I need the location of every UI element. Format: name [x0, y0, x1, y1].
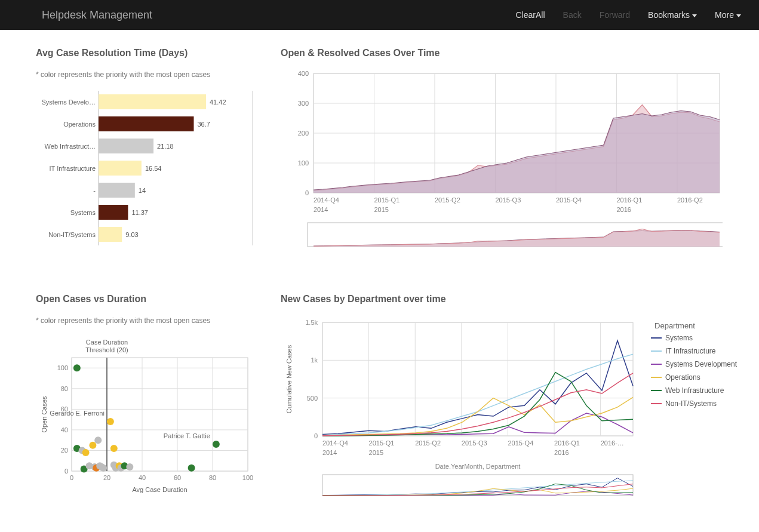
- panel-subtitle: * color represents the priority with the…: [36, 70, 257, 79]
- svg-text:40: 40: [139, 474, 146, 481]
- nav-clear-all[interactable]: ClearAll: [516, 10, 545, 20]
- svg-text:0: 0: [314, 432, 318, 439]
- svg-point-92: [100, 465, 107, 472]
- svg-rect-3: [99, 94, 206, 109]
- svg-text:2016-Q1: 2016-Q1: [554, 439, 580, 447]
- svg-text:2015: 2015: [374, 206, 388, 213]
- svg-text:100: 100: [242, 474, 253, 481]
- svg-text:1k: 1k: [311, 356, 318, 364]
- svg-text:Case Duration: Case Duration: [86, 339, 128, 346]
- svg-text:2015-Q3: 2015-Q3: [495, 196, 521, 204]
- panel-subtitle: * color represents the priority with the…: [36, 316, 257, 325]
- svg-text:IT Infrastructure: IT Infrastructure: [665, 347, 716, 355]
- svg-text:2014: 2014: [314, 206, 328, 213]
- svg-text:20: 20: [61, 447, 68, 454]
- svg-text:16.54: 16.54: [145, 165, 162, 172]
- svg-text:2014-Q4: 2014-Q4: [314, 196, 339, 204]
- svg-text:Operations: Operations: [63, 121, 96, 128]
- topnav: ClearAll Back Forward Bookmarks More: [516, 10, 741, 20]
- svg-text:400: 400: [298, 70, 309, 77]
- svg-text:Gerardo E. Ferroni: Gerardo E. Ferroni: [50, 410, 105, 417]
- svg-text:Department: Department: [654, 321, 695, 330]
- svg-text:0: 0: [64, 468, 68, 475]
- app-title: Helpdesk Management: [18, 9, 516, 21]
- svg-text:Date.YearMonth, Department: Date.YearMonth, Department: [435, 463, 521, 470]
- svg-text:2016-Q1: 2016-Q1: [616, 196, 642, 204]
- svg-text:Threshold (20): Threshold (20): [85, 346, 128, 353]
- svg-text:2015-Q2: 2015-Q2: [435, 196, 460, 204]
- svg-text:80: 80: [209, 474, 216, 481]
- nav-more[interactable]: More: [715, 10, 741, 20]
- svg-rect-12: [99, 161, 142, 176]
- svg-text:2015-Q4: 2015-Q4: [556, 196, 582, 204]
- svg-text:Systems Development: Systems Development: [665, 360, 738, 368]
- panel-title: Avg Case Resolution Time (Days): [36, 48, 257, 59]
- svg-point-93: [107, 418, 114, 425]
- area-chart[interactable]: 01002003004002014-Q42015-Q12015-Q22015-Q…: [281, 70, 723, 262]
- bar-chart[interactable]: Systems Develo…41.42Operations36.7Web In…: [36, 88, 257, 255]
- svg-rect-21: [99, 227, 122, 242]
- svg-point-80: [73, 364, 81, 371]
- svg-text:Systems Develo…: Systems Develo…: [42, 99, 96, 106]
- svg-text:2015-Q2: 2015-Q2: [415, 439, 441, 447]
- svg-text:Systems: Systems: [70, 209, 96, 216]
- svg-text:2015-Q1: 2015-Q1: [369, 439, 395, 447]
- svg-text:14: 14: [139, 187, 146, 194]
- svg-text:20: 20: [103, 474, 110, 481]
- chevron-down-icon: [692, 14, 697, 17]
- topbar: Helpdesk Management ClearAll Back Forwar…: [0, 0, 759, 30]
- svg-text:2015-Q1: 2015-Q1: [374, 196, 400, 204]
- svg-text:60: 60: [174, 474, 181, 481]
- svg-rect-9: [99, 139, 153, 153]
- svg-text:100: 100: [298, 159, 309, 167]
- svg-text:2016: 2016: [616, 206, 631, 213]
- nav-forward: Forward: [600, 10, 630, 20]
- panel-title: Open & Resolved Cases Over Time: [281, 48, 746, 59]
- panel-avg-resolution: Avg Case Resolution Time (Days) * color …: [36, 48, 257, 264]
- svg-point-102: [188, 465, 195, 472]
- svg-text:IT Infrastructure: IT Infrastructure: [50, 165, 96, 172]
- svg-text:1.5k: 1.5k: [305, 319, 318, 326]
- svg-text:Non-IT/Systems: Non-IT/Systems: [48, 231, 96, 238]
- svg-text:500: 500: [307, 395, 318, 402]
- panel-title: New Cases by Department over time: [281, 294, 746, 305]
- panel-dept-lines: New Cases by Department over time 05001k…: [281, 294, 746, 510]
- svg-text:2016-Q2: 2016-Q2: [677, 196, 703, 204]
- svg-text:Open Cases: Open Cases: [41, 396, 48, 433]
- svg-text:-: -: [93, 187, 96, 194]
- svg-text:Web Infrastruct…: Web Infrastruct…: [45, 143, 96, 150]
- svg-text:2015-Q4: 2015-Q4: [508, 439, 533, 447]
- svg-point-101: [126, 463, 133, 471]
- svg-text:80: 80: [61, 385, 68, 392]
- nav-back: Back: [563, 10, 582, 20]
- svg-text:Web Infrastructure: Web Infrastructure: [665, 386, 724, 395]
- panel-title: Open Cases vs Duration: [36, 294, 257, 305]
- scatter-chart[interactable]: 020406080100020406080100Case DurationThr…: [36, 334, 257, 501]
- svg-text:Non-IT/Systems: Non-IT/Systems: [665, 399, 717, 408]
- svg-text:21.18: 21.18: [157, 143, 174, 150]
- svg-text:0: 0: [305, 189, 309, 196]
- nav-bookmarks[interactable]: Bookmarks: [648, 10, 697, 20]
- svg-text:41.42: 41.42: [210, 99, 226, 106]
- chevron-down-icon: [736, 14, 741, 17]
- svg-text:100: 100: [57, 364, 68, 371]
- svg-rect-18: [99, 205, 128, 220]
- line-chart[interactable]: 05001k1.5k2014-Q42015-Q12015-Q22015-Q320…: [281, 316, 746, 508]
- svg-point-86: [89, 442, 96, 449]
- svg-text:36.7: 36.7: [197, 121, 210, 128]
- svg-text:2016-…: 2016-…: [601, 439, 624, 447]
- panel-scatter: Open Cases vs Duration * color represent…: [36, 294, 257, 510]
- svg-text:2015: 2015: [369, 449, 383, 456]
- svg-text:2016: 2016: [554, 449, 569, 456]
- svg-text:Cumulative New Cases: Cumulative New Cases: [285, 345, 293, 413]
- svg-text:11.37: 11.37: [131, 209, 148, 216]
- svg-text:Avg Case Duration: Avg Case Duration: [132, 486, 187, 493]
- svg-text:Operations: Operations: [665, 373, 700, 382]
- svg-point-89: [94, 436, 102, 444]
- svg-rect-149: [322, 475, 633, 496]
- svg-text:2014-Q4: 2014-Q4: [322, 439, 348, 447]
- svg-text:40: 40: [61, 426, 68, 433]
- svg-text:Systems: Systems: [665, 334, 693, 342]
- svg-point-84: [82, 449, 90, 456]
- svg-rect-6: [99, 116, 193, 131]
